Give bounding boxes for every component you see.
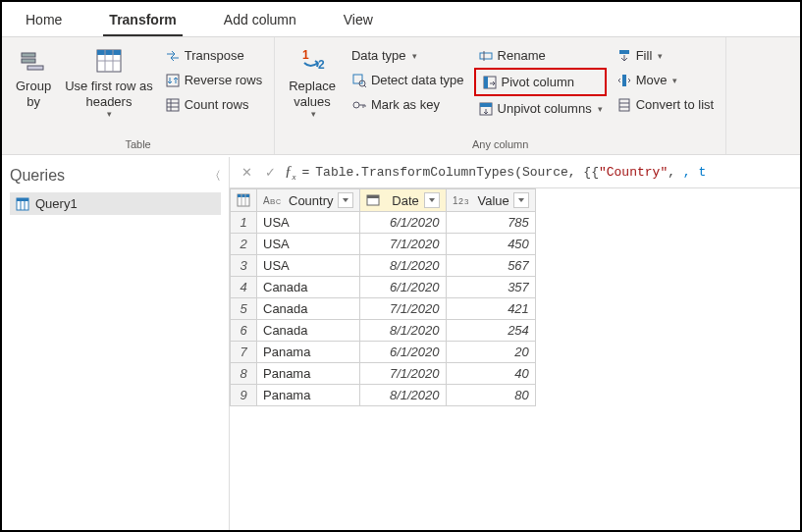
cell-value[interactable]: 450 — [446, 234, 535, 255]
column-header-label: Date — [392, 193, 418, 208]
cell-value[interactable]: 785 — [446, 212, 535, 234]
cell-value[interactable]: 20 — [446, 342, 535, 363]
data-grid: ABC Country Date — [230, 188, 536, 406]
transpose-button[interactable]: Transpose — [161, 43, 266, 68]
cell-country[interactable]: Canada — [257, 320, 360, 342]
first-row-headers-label: Use first row as headers — [65, 79, 153, 109]
collapse-queries-button[interactable]: 〈 — [209, 168, 221, 185]
tab-transform[interactable]: Transform — [85, 2, 199, 36]
row-number: 9 — [231, 385, 257, 406]
svg-point-18 — [353, 102, 359, 108]
queries-pane: Queries 〈 Query1 — [2, 157, 230, 530]
fx-icon: ƒx — [285, 163, 296, 182]
column-header-country[interactable]: ABC Country — [257, 189, 360, 212]
cell-date[interactable]: 7/1/2020 — [359, 298, 446, 320]
formula-apply-button[interactable]: ✓ — [261, 164, 279, 182]
cell-country[interactable]: USA — [257, 234, 360, 255]
formula-cancel-button[interactable]: ✕ — [238, 164, 255, 182]
first-row-headers-icon — [93, 45, 125, 77]
cell-date[interactable]: 6/1/2020 — [359, 212, 446, 234]
rename-button[interactable]: Rename — [474, 43, 607, 68]
row-number: 2 — [231, 234, 257, 255]
column-filter-button[interactable] — [424, 192, 440, 208]
move-label: Move — [636, 73, 668, 87]
svg-text:1: 1 — [302, 48, 309, 62]
cell-value[interactable]: 80 — [446, 385, 535, 406]
move-button[interactable]: Move▾ — [613, 68, 718, 92]
cell-date[interactable]: 6/1/2020 — [359, 342, 446, 363]
query-item[interactable]: Query1 — [10, 192, 221, 215]
group-by-button[interactable]: Group by — [10, 43, 57, 111]
column-filter-button[interactable] — [338, 192, 353, 208]
cell-date[interactable]: 8/1/2020 — [359, 255, 446, 277]
tab-view[interactable]: View — [320, 2, 397, 36]
convert-list-label: Convert to list — [636, 97, 714, 112]
mark-as-key-button[interactable]: Mark as key — [348, 92, 468, 117]
count-rows-label: Count rows — [185, 97, 249, 112]
detect-label: Detect data type — [371, 73, 464, 87]
data-type-button[interactable]: Data type▾ — [348, 43, 468, 68]
row-number: 4 — [231, 277, 257, 298]
chevron-down-icon: ▾ — [311, 109, 316, 120]
cell-value[interactable]: 40 — [446, 363, 535, 385]
svg-rect-8 — [167, 75, 179, 86]
column-header-date[interactable]: Date — [359, 189, 446, 212]
cell-country[interactable]: USA — [257, 212, 360, 234]
table-row[interactable]: 4Canada6/1/2020357 — [231, 277, 536, 298]
table-row[interactable]: 5Canada7/1/2020421 — [231, 298, 536, 320]
cell-value[interactable]: 567 — [446, 255, 535, 277]
svg-rect-27 — [480, 103, 492, 107]
cell-value[interactable]: 421 — [446, 298, 535, 320]
cell-country[interactable]: Canada — [257, 298, 360, 320]
cell-date[interactable]: 7/1/2020 — [359, 234, 446, 255]
svg-rect-4 — [97, 50, 121, 55]
convert-to-list-button[interactable]: Convert to list — [613, 92, 718, 117]
svg-rect-29 — [622, 75, 626, 86]
reverse-rows-button[interactable]: Reverse rows — [161, 68, 266, 92]
cell-value[interactable]: 254 — [446, 320, 535, 342]
count-rows-icon — [165, 97, 181, 113]
formula-text[interactable]: =Table.TransformColumnTypes(Source, {{"C… — [302, 165, 793, 180]
key-icon — [351, 97, 367, 113]
column-header-value[interactable]: 123 Value — [446, 189, 535, 212]
column-filter-button[interactable] — [513, 192, 529, 208]
mark-as-key-label: Mark as key — [371, 97, 440, 112]
table-row[interactable]: 9Panama8/1/202080 — [231, 385, 536, 406]
grid-icon — [237, 193, 250, 207]
number-type-icon: 123 — [453, 193, 474, 207]
row-number: 3 — [231, 255, 257, 277]
table-row[interactable]: 1USA6/1/2020785 — [231, 212, 536, 234]
cell-country[interactable]: USA — [257, 255, 360, 277]
replace-values-button[interactable]: 12 Replace values ▾ — [283, 43, 342, 122]
detect-data-type-button[interactable]: Detect data type — [348, 68, 468, 92]
replace-values-label: Replace values — [289, 79, 336, 109]
count-rows-button[interactable]: Count rows — [161, 92, 266, 117]
cell-date[interactable]: 6/1/2020 — [359, 277, 446, 298]
fill-icon — [616, 48, 632, 64]
tab-add-column[interactable]: Add column — [200, 2, 320, 36]
tabstrip: Home Transform Add column View — [2, 2, 800, 37]
cell-country[interactable]: Panama — [257, 342, 360, 363]
svg-text:B: B — [270, 197, 275, 206]
table-row[interactable]: 3USA8/1/2020567 — [231, 255, 536, 277]
table-row[interactable]: 7Panama6/1/202020 — [231, 342, 536, 363]
cell-country[interactable]: Panama — [257, 363, 360, 385]
grid-corner[interactable] — [231, 189, 257, 212]
table-row[interactable]: 8Panama7/1/202040 — [231, 363, 536, 385]
chevron-down-icon: ▾ — [672, 76, 677, 85]
cell-country[interactable]: Canada — [257, 277, 360, 298]
cell-value[interactable]: 357 — [446, 277, 535, 298]
date-type-icon — [366, 193, 388, 207]
unpivot-columns-button[interactable]: Unpivot columns▾ — [474, 96, 607, 121]
cell-date[interactable]: 8/1/2020 — [359, 385, 446, 406]
tab-home[interactable]: Home — [2, 2, 85, 36]
cell-date[interactable]: 7/1/2020 — [359, 363, 446, 385]
table-row[interactable]: 6Canada8/1/2020254 — [231, 320, 536, 342]
cell-date[interactable]: 8/1/2020 — [359, 320, 446, 342]
svg-rect-34 — [17, 198, 28, 201]
first-row-headers-button[interactable]: Use first row as headers ▾ — [59, 43, 159, 122]
cell-country[interactable]: Panama — [257, 385, 360, 406]
table-row[interactable]: 2USA7/1/2020450 — [231, 234, 536, 255]
pivot-column-button[interactable]: Pivot column — [478, 70, 603, 94]
fill-button[interactable]: Fill▾ — [613, 43, 718, 68]
